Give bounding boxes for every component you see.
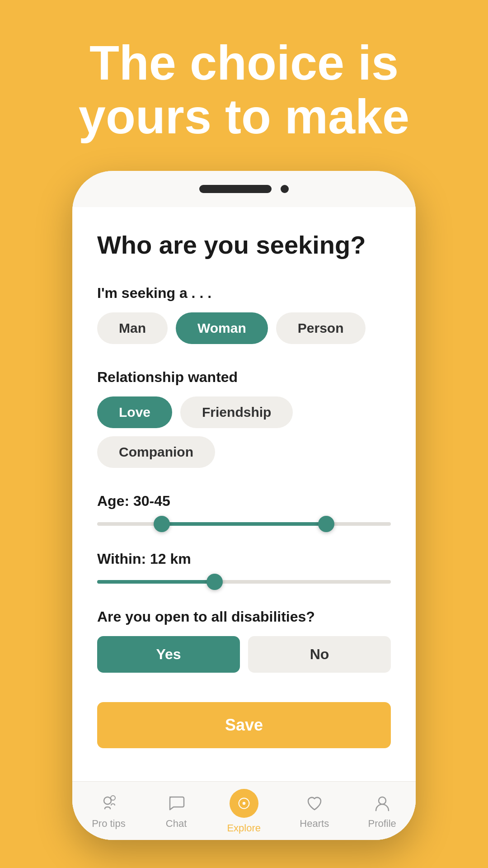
explore-icon bbox=[228, 787, 260, 820]
distance-label: Within: 12 km bbox=[97, 551, 391, 567]
notch-pill bbox=[199, 185, 272, 193]
screen-content: Who are you seeking? I'm seeking a . . .… bbox=[72, 207, 416, 781]
page-headline: The choice is yours to make bbox=[0, 0, 488, 171]
relationship-option-love[interactable]: Love bbox=[97, 396, 172, 428]
phone-mockup: Who are you seeking? I'm seeking a . . .… bbox=[72, 171, 416, 840]
relationship-options: Love Friendship Companion bbox=[97, 396, 391, 468]
svg-point-3 bbox=[242, 802, 245, 805]
relationship-option-companion[interactable]: Companion bbox=[97, 436, 215, 468]
distance-slider-thumb[interactable] bbox=[206, 574, 223, 590]
age-slider-thumb-min[interactable] bbox=[154, 516, 170, 532]
relationship-option-friendship[interactable]: Friendship bbox=[180, 396, 293, 428]
profile-icon bbox=[371, 792, 394, 815]
phone-screen: Who are you seeking? I'm seeking a . . .… bbox=[72, 207, 416, 840]
relationship-section: Relationship wanted Love Friendship Comp… bbox=[97, 369, 391, 468]
distance-section: Within: 12 km bbox=[97, 551, 391, 584]
nav-item-hearts[interactable]: Hearts bbox=[300, 792, 329, 830]
nav-item-chat[interactable]: Chat bbox=[164, 792, 188, 830]
seeking-section: I'm seeking a . . . Man Woman Person bbox=[97, 285, 391, 344]
disabilities-options: Yes No bbox=[97, 636, 391, 673]
seeking-options: Man Woman Person bbox=[97, 312, 391, 344]
notch-dot bbox=[281, 185, 289, 193]
disabilities-section: Are you open to all disabilities? Yes No bbox=[97, 609, 391, 673]
phone-notch bbox=[72, 171, 416, 207]
pro-tips-label: Pro tips bbox=[92, 818, 126, 830]
save-button[interactable]: Save bbox=[97, 702, 391, 748]
chat-icon bbox=[164, 792, 188, 815]
nav-item-explore[interactable]: Explore bbox=[227, 787, 261, 834]
svg-point-4 bbox=[379, 797, 386, 804]
screen-title: Who are you seeking? bbox=[97, 230, 391, 260]
seeking-label: I'm seeking a . . . bbox=[97, 285, 391, 302]
nav-item-profile[interactable]: Profile bbox=[368, 792, 396, 830]
seeking-option-person[interactable]: Person bbox=[276, 312, 366, 344]
explore-circle bbox=[230, 789, 258, 818]
age-section: Age: 30-45 bbox=[97, 493, 391, 526]
svg-point-0 bbox=[104, 797, 111, 804]
nav-item-pro-tips[interactable]: Pro tips bbox=[92, 792, 126, 830]
bottom-nav: Pro tips Chat bbox=[72, 781, 416, 840]
age-label: Age: 30-45 bbox=[97, 493, 391, 509]
disabilities-no[interactable]: No bbox=[248, 636, 391, 673]
age-slider-fill bbox=[162, 522, 326, 526]
age-slider-thumb-max[interactable] bbox=[318, 516, 334, 532]
disabilities-label: Are you open to all disabilities? bbox=[97, 609, 391, 625]
hearts-icon bbox=[303, 792, 326, 815]
chat-label: Chat bbox=[166, 818, 187, 830]
hearts-label: Hearts bbox=[300, 818, 329, 830]
seeking-option-man[interactable]: Man bbox=[97, 312, 168, 344]
pro-tips-icon bbox=[97, 792, 120, 815]
age-slider-track[interactable] bbox=[97, 522, 391, 526]
relationship-label: Relationship wanted bbox=[97, 369, 391, 386]
distance-slider-fill bbox=[97, 580, 215, 584]
profile-label: Profile bbox=[368, 818, 396, 830]
svg-point-1 bbox=[111, 796, 115, 800]
distance-slider-track[interactable] bbox=[97, 580, 391, 584]
seeking-option-woman[interactable]: Woman bbox=[176, 312, 268, 344]
explore-label: Explore bbox=[227, 822, 261, 834]
disabilities-yes[interactable]: Yes bbox=[97, 636, 240, 673]
